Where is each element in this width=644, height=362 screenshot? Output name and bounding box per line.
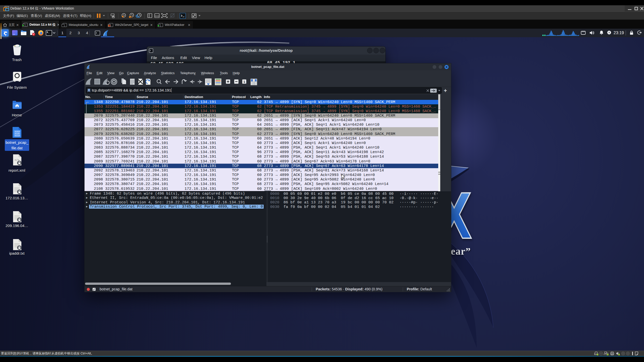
svg-text:01110: 01110 — [15, 135, 20, 137]
svg-text:1: 1 — [243, 80, 245, 84]
svg-text:01010: 01010 — [15, 131, 20, 133]
svg-text:01101: 01101 — [15, 133, 20, 135]
svg-text:$_: $_ — [47, 31, 50, 34]
